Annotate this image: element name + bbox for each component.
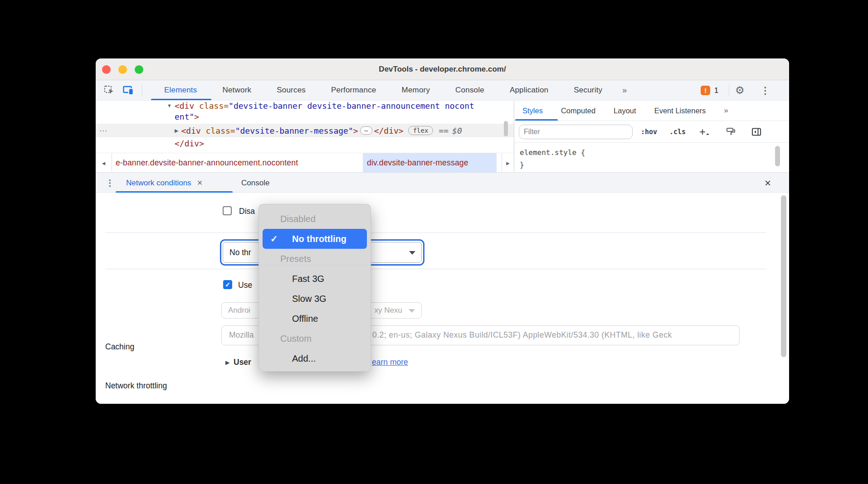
tab-security[interactable]: Security [561, 80, 615, 101]
client-hints-label[interactable]: User [234, 358, 251, 367]
caching-label: Caching [105, 342, 134, 352]
preset-select-value-left: Androi [228, 306, 250, 315]
menu-item-offline[interactable]: Offline [259, 309, 371, 329]
client-hints-row: ▶ User earn more [96, 358, 789, 368]
styles-tabs: Styles Computed Layout Event Listeners » [514, 101, 789, 121]
menu-item-slow-3g[interactable]: Slow 3G [259, 289, 371, 309]
rule-close-brace: } [520, 160, 524, 169]
zoom-window-button[interactable] [135, 65, 143, 74]
closing-tag-token: </div> [374, 126, 404, 136]
element-style-rule[interactable]: element.style { } [514, 143, 789, 171]
minimize-window-button[interactable] [118, 65, 127, 74]
elements-scrollbar[interactable] [504, 121, 508, 136]
throttling-select-value: No thr [229, 248, 251, 257]
active-tab-underline [515, 119, 558, 121]
drawer-tab-network-conditions[interactable]: Network conditions × [126, 173, 202, 193]
closing-tag-token: </div> [175, 139, 204, 148]
drawer-tab-console[interactable]: Console [241, 173, 269, 193]
tab-layout[interactable]: Layout [614, 106, 636, 115]
breadcrumb-item[interactable]: e-banner.devsite-banner-announcement.noc… [116, 153, 298, 172]
main-menu-kebab-icon[interactable]: ⋮ [761, 80, 770, 101]
breadcrumb-forward-icon[interactable]: ▸ [502, 153, 514, 172]
value-token: ent" [175, 112, 194, 121]
row-divider [105, 232, 766, 233]
use-browser-default-label[interactable]: Use [238, 281, 252, 290]
styles-sidebar: Styles Computed Layout Event Listeners »… [514, 101, 789, 172]
issue-badge-icon: ! [701, 86, 710, 95]
tab-sources[interactable]: Sources [264, 80, 318, 101]
menu-item-fast-3g[interactable]: Fast 3G [259, 269, 371, 289]
dom-node-line-close[interactable]: </div> [96, 137, 514, 149]
ua-string-left: Mozilla [229, 330, 254, 340]
learn-more-link[interactable]: earn more [372, 358, 408, 367]
tab-elements[interactable]: Elements [151, 80, 210, 101]
breadcrumb-item-selected[interactable]: div.devsite-banner-message [363, 153, 497, 172]
dom-node-line-wrap[interactable]: ent"> [96, 111, 514, 122]
titlebar: DevTools - developer.chrome.com/ [96, 58, 789, 80]
network-throttling-label: Network throttling [105, 381, 167, 391]
dom-node-line-selected[interactable]: ⋯ ▶ <div class="devsite-banner-message">… [96, 124, 514, 137]
row-divider [105, 269, 766, 269]
expand-arrow-icon[interactable]: ▶ [175, 128, 178, 134]
sidebar-toggle-icon[interactable] [751, 126, 762, 137]
network-conditions-panel: Caching Disa Network throttling No thr U… [96, 193, 789, 404]
menu-header-custom: Custom [259, 329, 371, 348]
tag-token: > [353, 126, 358, 136]
tab-console[interactable]: Console [443, 80, 497, 101]
preset-select-value-right: xy Nexu [375, 306, 402, 315]
tab-computed[interactable]: Computed [561, 106, 595, 115]
flex-badge[interactable]: flex [408, 126, 434, 135]
menu-item-no-throttling[interactable]: ✓ No throttling [263, 229, 367, 249]
menu-item-add[interactable]: Add... [259, 348, 371, 368]
more-tabs-icon[interactable]: » [615, 80, 634, 101]
tab-performance[interactable]: Performance [318, 80, 389, 101]
rendering-brush-icon[interactable] [726, 126, 736, 137]
styles-filter-input[interactable] [519, 125, 633, 139]
traffic-lights [102, 58, 143, 80]
devtools-toolbar: Elements Network Sources Performance Mem… [96, 80, 789, 101]
node-options-icon[interactable]: ⋯ [99, 126, 107, 136]
disable-cache-label[interactable]: Disa [239, 207, 255, 216]
toolbar-divider [142, 84, 142, 96]
inline-expand-icon[interactable]: ⋯ [360, 126, 372, 135]
close-drawer-icon[interactable]: × [765, 173, 771, 193]
expand-arrow-icon[interactable]: ▼ [167, 103, 172, 108]
more-tabs-icon[interactable]: » [724, 106, 728, 115]
drawer-tabbar: ⋮ Network conditions × Console × [96, 172, 789, 193]
pseudo-state-toggle[interactable]: :hov [641, 128, 657, 136]
drawer-scrollbar[interactable] [781, 195, 786, 357]
styles-scrollbar[interactable] [775, 146, 780, 166]
tab-network[interactable]: Network [210, 80, 264, 101]
rule-selector[interactable]: element.style [520, 148, 576, 157]
menu-header-presets: Presets [259, 249, 371, 269]
drawer-menu-kebab-icon[interactable]: ⋮ [106, 173, 114, 193]
value-token: "devsite-banner-message" [235, 126, 353, 136]
tab-memory[interactable]: Memory [389, 80, 443, 101]
tab-application[interactable]: Application [497, 80, 561, 101]
close-window-button[interactable] [102, 65, 111, 74]
settings-gear-icon[interactable]: ⚙ [735, 80, 745, 101]
disable-cache-checkbox[interactable] [223, 206, 232, 215]
dom-node-line[interactable]: ▼ <div class="devsite-banner devsite-ban… [96, 101, 514, 111]
dollar-zero-token: $0 [452, 126, 462, 136]
breadcrumb-back-icon[interactable]: ◂ [96, 153, 112, 172]
inspect-element-icon[interactable] [103, 84, 115, 96]
tab-styles[interactable]: Styles [522, 106, 543, 115]
device-toolbar-icon[interactable] [122, 84, 134, 96]
panel-tabs: Elements Network Sources Performance Mem… [151, 80, 634, 101]
disclosure-arrow-icon[interactable]: ▶ [225, 359, 229, 366]
new-style-rule-icon[interactable]: + [699, 126, 706, 138]
equals-token: == [439, 126, 449, 136]
element-class-toggle[interactable]: .cls [669, 128, 686, 136]
issues-counter[interactable]: ! 1 [701, 80, 718, 101]
styles-filter-row: :hov .cls + [514, 121, 789, 143]
use-browser-default-checkbox[interactable]: ✓ [223, 280, 232, 289]
tab-event-listeners[interactable]: Event Listeners [654, 106, 706, 115]
value-token: "devsite-banner devsite-banner-announcem… [229, 101, 474, 111]
main-panel: ▼ <div class="devsite-banner devsite-ban… [96, 101, 789, 172]
menu-item-label: No throttling [292, 234, 346, 244]
tag-token: <div [181, 126, 200, 136]
close-tab-icon[interactable]: × [197, 178, 203, 188]
select-arrow-icon [409, 309, 415, 313]
devtools-window: DevTools - developer.chrome.com/ Element… [96, 58, 789, 404]
